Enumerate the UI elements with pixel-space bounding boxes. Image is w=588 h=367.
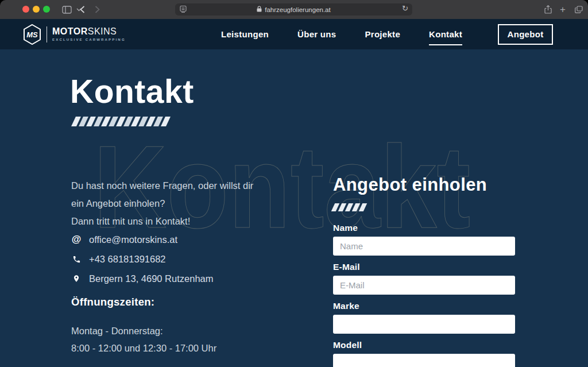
name-input[interactable]: [333, 237, 515, 256]
address-link[interactable]: Bergern 13, 4690 Rutzenham: [71, 273, 318, 284]
svg-text:MS: MS: [26, 30, 38, 39]
address-text: Bergern 13, 4690 Rutzenham: [89, 273, 213, 284]
marke-label: Marke: [333, 301, 515, 311]
nav-item-leistungen[interactable]: Leistungen: [221, 29, 269, 39]
quote-form-column: Angebot einholen Name E-Mail Marke Model…: [333, 175, 515, 367]
url-text: fahrzeugfolierungen.at: [265, 6, 330, 13]
contact-info-column: Du hast noch weitere Fragen, oder willst…: [71, 177, 318, 357]
nav-item-projekte[interactable]: Projekte: [365, 29, 400, 39]
main-nav: Leistungen Über uns Projekte Kontakt: [221, 29, 462, 39]
map-pin-icon: [71, 274, 82, 283]
opening-hours-text: Montag - Donnerstag: 8:00 - 12:00 und 12…: [71, 322, 318, 357]
logo-divider: [47, 26, 47, 43]
site-header: MS MOTORSKINS EXCLUSIVE CARWRAPPING Leis…: [0, 19, 588, 49]
email-input[interactable]: [333, 276, 515, 295]
address-bar[interactable]: fahrzeugfolierungen.at ↻: [175, 3, 412, 16]
lock-icon: [257, 6, 262, 13]
close-window-button[interactable]: [22, 6, 29, 13]
email-link[interactable]: @ office@motorskins.at: [71, 234, 318, 245]
modell-label: Modell: [333, 340, 515, 350]
quote-form: Name E-Mail Marke Modell: [333, 223, 515, 367]
phone-link[interactable]: +43 68181391682: [71, 253, 318, 265]
back-arrow-icon[interactable]: [77, 0, 87, 19]
contact-list: @ office@motorskins.at +43 68181391682 B…: [71, 234, 318, 284]
reader-icon[interactable]: [179, 5, 187, 16]
minimize-window-button[interactable]: [33, 6, 40, 13]
name-label: Name: [333, 223, 515, 233]
angebot-button[interactable]: Angebot: [498, 24, 553, 45]
form-title: Angebot einholen: [333, 175, 515, 195]
browser-toolbar: fahrzeugfolierungen.at ↻ +: [0, 0, 588, 19]
new-tab-icon[interactable]: +: [557, 0, 568, 19]
form-dash-decoration: [333, 203, 515, 211]
phone-text: +43 68181391682: [89, 254, 166, 265]
email-at-icon: @: [71, 234, 82, 245]
forward-arrow-icon[interactable]: [92, 0, 102, 19]
logo-tagline: EXCLUSIVE CARWRAPPING: [52, 38, 126, 41]
browser-window: fahrzeugfolierungen.at ↻ + MS: [0, 0, 588, 367]
logo[interactable]: MS MOTORSKINS EXCLUSIVE CARWRAPPING: [23, 24, 126, 45]
zoom-window-button[interactable]: [43, 6, 50, 13]
tab-overview-icon[interactable]: [572, 0, 585, 19]
phone-icon: [71, 255, 82, 264]
refresh-icon[interactable]: ↻: [402, 4, 408, 13]
email-text: office@motorskins.at: [89, 234, 177, 245]
nav-item-ueber-uns[interactable]: Über uns: [297, 29, 336, 39]
page-content: Kontakt Kontakt Du hast noch weitere Fra…: [0, 49, 588, 367]
opening-hours-title: Öffnungszeiten:: [71, 296, 318, 308]
share-icon[interactable]: [542, 0, 554, 19]
page-title: Kontakt: [70, 72, 194, 110]
nav-item-kontakt[interactable]: Kontakt: [429, 29, 462, 39]
title-dash-decoration: [74, 117, 171, 126]
email-label: E-Mail: [333, 262, 515, 272]
logo-monogram-icon: MS: [23, 24, 41, 45]
marke-input[interactable]: [333, 315, 515, 334]
sidebar-toggle-icon[interactable]: [60, 0, 73, 19]
intro-text: Du hast noch weitere Fragen, oder willst…: [71, 177, 318, 230]
modell-input[interactable]: [333, 354, 515, 367]
logo-name: MOTORSKINS: [52, 27, 126, 36]
